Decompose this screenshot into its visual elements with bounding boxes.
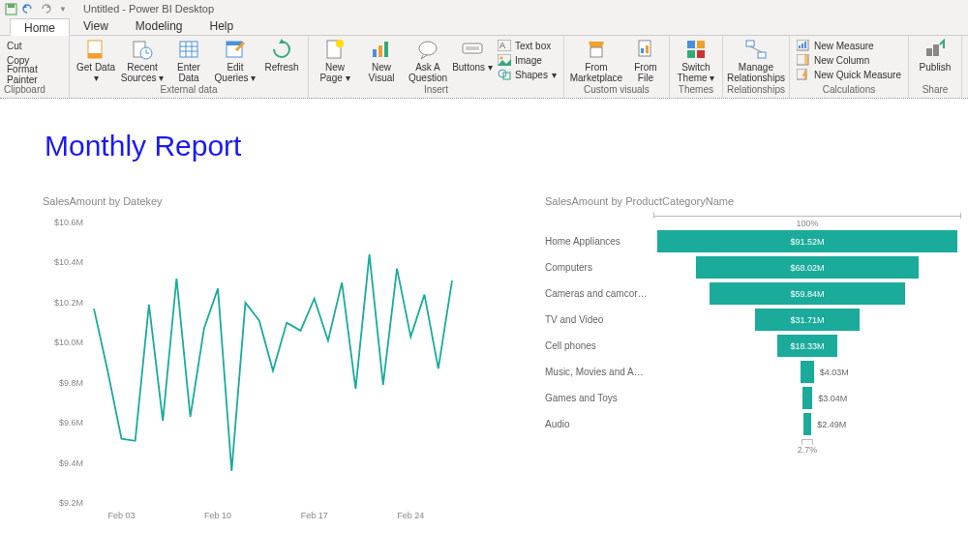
funnel-category: Music, Movies and Aud... (545, 367, 653, 377)
tab-modeling[interactable]: Modeling (122, 17, 197, 35)
tab-view[interactable]: View (70, 17, 122, 35)
window-title: Untitled - Power BI Desktop (83, 3, 214, 15)
new-page-button[interactable]: New Page ▾ (313, 36, 357, 84)
new-measure-button[interactable]: New Measure (794, 39, 904, 52)
svg-rect-29 (641, 48, 644, 53)
edit-queries-icon (224, 38, 247, 61)
funnel-category: TV and Video (545, 314, 653, 325)
get-data-icon (84, 38, 107, 61)
funnel-bar: $4.03M (801, 361, 814, 383)
funnel-bar: $2.49M (803, 413, 811, 435)
format-painter-button[interactable]: Format Painter (4, 68, 65, 81)
svg-rect-46 (933, 44, 939, 56)
publish-icon (923, 38, 947, 61)
y-tick: $9.2M (43, 498, 83, 508)
ask-question-button[interactable]: Ask A Question (406, 36, 450, 84)
new-quick-measure-button[interactable]: New Quick Measure (794, 68, 904, 81)
from-file-button[interactable]: From File (626, 36, 665, 84)
funnel-bar: $68.02M (696, 256, 919, 279)
cut-button[interactable]: Cut (4, 39, 65, 52)
svg-text:A: A (499, 41, 505, 50)
marketplace-icon (585, 38, 608, 61)
group-label-clipboard: Clipboard (4, 84, 65, 98)
funnel-row[interactable]: Music, Movies and Aud...$4.03M (545, 359, 961, 385)
funnel-chart-title: SalesAmount by ProductCategoryName (545, 195, 961, 207)
funnel-row[interactable]: Cameras and camcord...$59.84M (545, 280, 961, 307)
svg-rect-16 (378, 45, 382, 57)
funnel-bar: $91.52M (657, 230, 957, 252)
buttons-button[interactable]: Buttons ▾ (452, 36, 493, 84)
measure-icon (797, 40, 810, 51)
svg-rect-3 (88, 53, 102, 58)
from-marketplace-button[interactable]: From Marketplace (568, 36, 624, 84)
qat-dropdown-icon[interactable]: ▼ (56, 2, 70, 15)
image-button[interactable]: Image (495, 53, 560, 67)
funnel-value: $91.52M (790, 237, 824, 247)
svg-line-37 (750, 46, 762, 52)
undo-icon[interactable] (21, 2, 35, 15)
group-label-rel: Relationships (727, 84, 785, 98)
svg-rect-6 (180, 42, 197, 57)
shapes-icon (498, 69, 511, 80)
x-tick: Feb 17 (301, 511, 328, 520)
svg-rect-31 (687, 41, 695, 48)
text-box-button[interactable]: AText box (495, 39, 560, 52)
enter-data-button[interactable]: Enter Data (166, 36, 211, 84)
ask-icon (416, 38, 439, 61)
ribbon-tabs: Home View Modeling Help (0, 17, 968, 36)
group-label-cv: Custom visuals (568, 84, 665, 98)
recent-sources-icon (131, 38, 154, 61)
shapes-button[interactable]: Shapes ▾ (495, 68, 560, 81)
svg-rect-30 (646, 45, 649, 53)
funnel-row[interactable]: TV and Video$31.71M (545, 307, 961, 333)
new-column-button[interactable]: New Column (794, 53, 904, 67)
get-data-button[interactable]: Get Data ▾ (74, 36, 118, 84)
report-title[interactable]: Monthly Report (45, 130, 241, 162)
funnel-category: Computers (545, 262, 653, 273)
from-file-icon (634, 38, 657, 61)
x-tick: Feb 24 (397, 511, 424, 520)
group-custom-visuals: From Marketplace From File Custom visual… (564, 36, 670, 98)
group-label-themes: Themes (674, 84, 718, 98)
funnel-bar: $31.71M (755, 309, 859, 331)
group-label-ext: External data (74, 84, 304, 98)
line-chart[interactable]: SalesAmount by Datekey $10.6M$10.4M$10.2… (43, 195, 459, 544)
report-canvas[interactable]: Monthly Report SalesAmount by Datekey $1… (0, 99, 968, 560)
svg-rect-15 (373, 49, 377, 57)
recent-sources-button[interactable]: Recent Sources ▾ (120, 36, 165, 84)
tab-help[interactable]: Help (197, 17, 248, 35)
redo-icon[interactable] (39, 2, 52, 15)
edit-queries-button[interactable]: Edit Queries ▾ (213, 36, 257, 84)
y-tick: $9.8M (43, 378, 83, 388)
y-tick: $10.6M (43, 218, 83, 227)
text-box-icon: A (498, 40, 511, 51)
new-visual-button[interactable]: New Visual (359, 36, 404, 84)
svg-rect-27 (590, 47, 602, 57)
funnel-row[interactable]: Computers$68.02M (545, 254, 961, 280)
funnel-row[interactable]: Home Appliances$91.52M (545, 228, 961, 254)
group-relationships: Manage Relationships Relationships (723, 36, 790, 98)
funnel-row[interactable]: Games and Toys$3.04M (545, 385, 961, 411)
save-icon[interactable] (4, 2, 17, 15)
group-calculations: New Measure New Column New Quick Measure… (790, 36, 909, 98)
funnel-bottom-pct: 2.7% (653, 445, 961, 455)
manage-relationships-button[interactable]: Manage Relationships (727, 36, 785, 84)
svg-rect-28 (639, 41, 650, 56)
funnel-category: Home Appliances (545, 236, 653, 247)
line-chart-title: SalesAmount by Datekey (43, 195, 459, 207)
svg-rect-32 (697, 41, 705, 48)
funnel-top-pct: 100% (653, 219, 961, 228)
switch-theme-button[interactable]: Switch Theme ▾ (674, 36, 718, 84)
y-tick: $9.4M (43, 458, 83, 468)
funnel-chart[interactable]: SalesAmount by ProductCategoryName 100% … (545, 195, 961, 560)
funnel-row[interactable]: Audio$2.49M (545, 411, 961, 437)
tab-home[interactable]: Home (10, 18, 70, 36)
group-label-insert: Insert (313, 84, 560, 98)
funnel-row[interactable]: Cell phones$18.33M (545, 333, 961, 359)
x-tick: Feb 10 (204, 511, 231, 520)
column-icon (797, 54, 810, 66)
publish-button[interactable]: Publish (913, 36, 957, 84)
refresh-button[interactable]: Refresh (259, 36, 304, 84)
svg-rect-17 (384, 42, 388, 57)
svg-rect-45 (926, 48, 932, 56)
